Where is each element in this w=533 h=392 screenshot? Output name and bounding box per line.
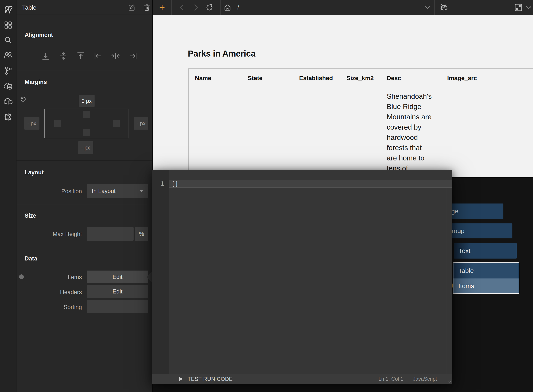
align-top-icon[interactable] — [76, 51, 85, 61]
grid-icon[interactable] — [0, 20, 16, 30]
col-header-name[interactable]: Name — [188, 69, 241, 87]
editor-margin-line — [447, 178, 447, 374]
size-section-title: Size — [25, 213, 36, 219]
sorting-label: Sorting — [20, 304, 82, 311]
margin-handle-right[interactable] — [113, 120, 120, 127]
tree-node-table[interactable]: Table — [453, 263, 519, 279]
git-branch-icon[interactable] — [0, 66, 16, 75]
page-title: Parks in America — [188, 49, 255, 58]
col-header-desc[interactable]: Desc — [380, 69, 441, 87]
table-header-row: Name State Established Size_km2 Desc Ima… — [188, 69, 533, 87]
resize-handle[interactable] — [447, 378, 451, 383]
properties-panel: Table Alignment — [17, 0, 152, 392]
reset-icon[interactable] — [20, 96, 26, 103]
divider — [171, 0, 172, 15]
line-number: 1 — [152, 180, 164, 188]
cursor-position: Ln 1, Col 1 — [378, 376, 403, 382]
margins-section-title: Margins — [25, 79, 47, 85]
margin-left-input[interactable]: - px — [24, 117, 39, 130]
edit-icon[interactable] — [128, 4, 136, 11]
divider — [17, 248, 152, 248]
items-edit-button[interactable]: Edit — [87, 271, 148, 283]
code-editor-popover: 1 [] TEST RUN CODE Ln 1, Col 1 JavaScrip… — [152, 170, 452, 384]
cloud-functions-icon[interactable] — [0, 97, 16, 106]
parks-table: Name State Established Size_km2 Desc Ima… — [188, 69, 533, 178]
divider — [434, 0, 435, 15]
play-icon[interactable] — [179, 377, 183, 381]
alignment-section-title: Alignment — [25, 32, 53, 38]
table-row: Shenandoah's Blue Ridge Mountains are co… — [188, 87, 533, 178]
editor-footer: TEST RUN CODE Ln 1, Col 1 JavaScript — [152, 374, 452, 384]
tree-node-text[interactable]: Text — [454, 243, 517, 259]
margins-diagram — [44, 109, 128, 138]
margin-top-input[interactable]: 0 px — [79, 95, 95, 107]
settings-gear-icon[interactable] — [0, 112, 16, 122]
tree-node-items[interactable]: Items — [453, 279, 519, 293]
divider — [17, 204, 152, 204]
cell-desc: Shenandoah's Blue Ridge Mountains are co… — [380, 87, 441, 178]
max-height-label: Max Height — [20, 231, 82, 238]
panel-title: Table — [22, 4, 36, 11]
headers-edit-button[interactable]: Edit — [87, 285, 148, 299]
margin-handle-left[interactable] — [54, 120, 61, 127]
route-path[interactable]: / — [235, 0, 241, 15]
plus-icon: + — [159, 2, 165, 13]
trash-icon[interactable] — [143, 4, 151, 11]
margin-handle-bottom[interactable] — [83, 129, 90, 136]
cell-name — [188, 87, 241, 178]
col-header-state[interactable]: State — [241, 69, 293, 87]
refresh-icon[interactable] — [204, 0, 215, 15]
position-label: Position — [20, 188, 82, 195]
col-header-established[interactable]: Established — [293, 69, 340, 87]
line-number-gutter — [152, 170, 169, 374]
forward-icon[interactable] — [191, 0, 201, 15]
margin-right-input[interactable]: - px — [134, 117, 148, 130]
left-rail — [0, 0, 17, 392]
chevron-down-icon — [139, 190, 144, 192]
layout-section-title: Layout — [25, 169, 44, 176]
test-run-code-button[interactable]: TEST RUN CODE — [188, 374, 233, 384]
divider — [17, 71, 152, 71]
align-horizontal-center-icon[interactable] — [111, 51, 120, 61]
expand-icon[interactable] — [513, 0, 524, 15]
chevron-down-icon[interactable] — [524, 0, 533, 15]
preview-toolbar: + / — [153, 0, 533, 15]
tree-node-table-group: Table Items — [453, 262, 519, 294]
divider — [17, 14, 152, 15]
home-icon[interactable] — [222, 0, 233, 15]
data-cloud-icon[interactable] — [0, 81, 16, 91]
headers-label: Headers — [20, 289, 82, 296]
users-icon[interactable] — [0, 50, 16, 60]
back-icon[interactable] — [177, 0, 186, 15]
add-page-button[interactable]: + — [157, 0, 168, 15]
col-header-image[interactable]: Image_src — [441, 69, 533, 87]
data-section-title: Data — [25, 255, 37, 262]
items-label: Items — [20, 274, 82, 281]
max-height-unit[interactable]: % — [135, 227, 148, 241]
chevron-down-icon[interactable] — [423, 0, 432, 15]
language-label[interactable]: JavaScript — [413, 376, 437, 382]
cell-size — [340, 87, 380, 178]
app-preview: Parks in America Name State Established … — [153, 15, 533, 178]
margin-bottom-input[interactable]: - px — [78, 141, 93, 154]
active-line-highlight — [169, 180, 452, 188]
sorting-input[interactable] — [87, 300, 148, 313]
divider — [220, 0, 221, 15]
position-value: In Layout — [87, 188, 116, 195]
margin-handle-top[interactable] — [83, 111, 90, 118]
app-window: Table Alignment — [0, 0, 533, 392]
divider — [17, 160, 152, 161]
align-left-icon[interactable] — [94, 51, 102, 61]
position-select[interactable]: In Layout — [87, 184, 148, 198]
align-bottom-icon[interactable] — [41, 51, 50, 61]
bug-icon[interactable] — [438, 0, 449, 15]
code-input[interactable]: [] — [171, 180, 178, 188]
max-height-input[interactable] — [87, 227, 133, 241]
cell-state — [241, 87, 293, 178]
align-vertical-center-icon[interactable] — [59, 51, 68, 61]
align-right-icon[interactable] — [129, 51, 138, 61]
col-header-size[interactable]: Size_km2 — [340, 69, 380, 87]
cell-established — [293, 87, 340, 178]
app-logo[interactable] — [0, 5, 16, 14]
search-icon[interactable] — [0, 35, 16, 45]
